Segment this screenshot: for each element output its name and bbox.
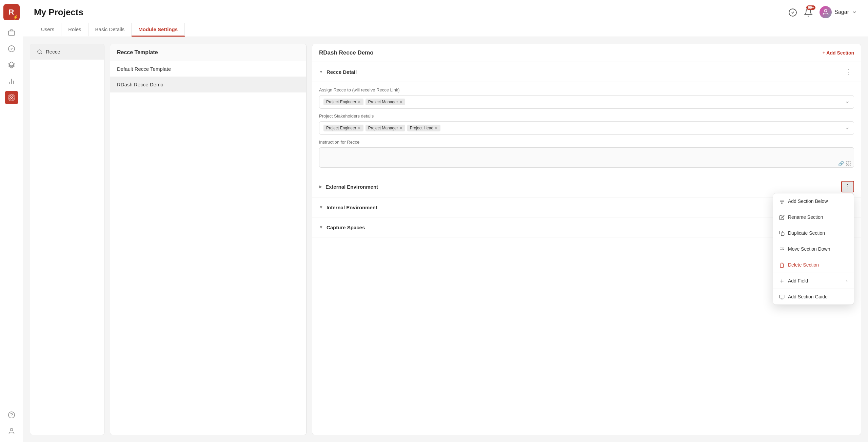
- add-field-label: Add Field: [788, 278, 808, 283]
- tag-stakeholder-head: Project Head ✕: [407, 125, 440, 131]
- header-top: My Projects 99+: [34, 6, 857, 23]
- sidebar-item-help[interactable]: [5, 408, 18, 422]
- tab-basic-details[interactable]: Basic Details: [88, 23, 132, 37]
- delete-section-icon: [779, 262, 785, 268]
- section-header-left: ▼ Recce Detail: [319, 69, 357, 75]
- dropdown-item-delete-section[interactable]: Delete Section: [773, 257, 854, 273]
- middle-panel-item-default[interactable]: Default Recce Template: [110, 61, 306, 77]
- section-title-external: External Environment: [326, 184, 378, 190]
- tab-bar: Users Roles Basic Details Module Setting…: [34, 23, 857, 37]
- middle-panel: Recce Template Default Recce Template RD…: [110, 44, 307, 435]
- field-chevron-assign-recce[interactable]: [845, 99, 850, 105]
- section-chevron-capture[interactable]: ▼: [319, 225, 323, 230]
- add-section-below-icon: [779, 198, 785, 204]
- dropdown-item-duplicate-section[interactable]: Duplicate Section: [773, 225, 854, 241]
- dropdown-item-add-field[interactable]: Add Field ›: [773, 273, 854, 289]
- section-content-recce-detail: Assign Recce to (will receive Recce Link…: [312, 82, 861, 176]
- page-title: My Projects: [34, 7, 83, 18]
- notification-count: 99+: [806, 5, 815, 10]
- svg-point-6: [11, 97, 13, 99]
- username-label: Sagar: [834, 9, 849, 15]
- svg-point-7: [8, 412, 14, 418]
- rename-section-label: Rename Section: [788, 214, 823, 220]
- field-chevron-stakeholders[interactable]: [845, 125, 850, 131]
- svg-point-11: [825, 9, 827, 12]
- svg-rect-0: [8, 31, 14, 35]
- tag-project-engineer: Project Engineer ✕: [323, 99, 363, 105]
- sidebar-item-layers[interactable]: [5, 58, 18, 72]
- link-icon: 🔗: [838, 161, 844, 166]
- tag-stakeholder-manager: Project Manager ✕: [366, 125, 405, 131]
- section-header-left-internal: ▼ Internal Environment: [319, 205, 377, 210]
- duplicate-section-label: Duplicate Section: [788, 230, 825, 236]
- tag-remove-stakeholder-engineer[interactable]: ✕: [358, 126, 361, 130]
- tag-remove-stakeholder-manager[interactable]: ✕: [399, 126, 402, 130]
- section-header-left-external: ▶ External Environment: [319, 184, 378, 190]
- header-actions: 99+ Sagar: [788, 6, 857, 18]
- middle-panel-header: Recce Template: [110, 44, 306, 61]
- section-header-left-capture: ▼ Capture Spaces: [319, 225, 365, 230]
- image-icon: 🖼: [846, 161, 851, 166]
- add-section-button[interactable]: + Add Section: [823, 50, 854, 56]
- textarea-icons: 🔗 🖼: [838, 161, 851, 166]
- avatar: [820, 6, 832, 18]
- left-panel-item-label: Recce: [46, 49, 60, 55]
- task-check-icon[interactable]: [788, 7, 797, 17]
- dropdown-item-move-section-down[interactable]: Move Section Down: [773, 241, 854, 257]
- rename-section-icon: [779, 214, 785, 220]
- user-profile[interactable]: Sagar: [820, 6, 857, 18]
- section-options-recce-detail[interactable]: ⋮: [843, 67, 854, 77]
- dropdown-item-add-section-guide[interactable]: Add Section Guide: [773, 289, 854, 304]
- header: My Projects 99+: [23, 0, 868, 37]
- instruction-textarea[interactable]: [319, 147, 854, 168]
- field-label-project-stakeholders: Project Stakeholders details: [319, 113, 854, 119]
- dropdown-item-rename-section[interactable]: Rename Section: [773, 209, 854, 225]
- sidebar-item-settings[interactable]: [5, 91, 18, 104]
- delete-section-label: Delete Section: [788, 262, 819, 268]
- svg-point-12: [38, 50, 41, 54]
- tag-remove-project-manager[interactable]: ✕: [399, 100, 402, 104]
- field-label-assign-recce: Assign Recce to (will receive Recce Link…: [319, 87, 854, 92]
- sidebar-item-briefcase[interactable]: [5, 26, 18, 39]
- section-title-capture: Capture Spaces: [327, 225, 365, 230]
- section-row-recce-detail: ▼ Recce Detail ⋮: [312, 62, 861, 82]
- sidebar-bottom: [5, 408, 18, 438]
- textarea-wrapper-instruction: 🔗 🖼: [319, 147, 854, 169]
- svg-rect-23: [780, 295, 784, 298]
- main-content: My Projects 99+: [23, 0, 868, 442]
- section-options-external[interactable]: ⋮: [841, 181, 854, 192]
- add-field-icon: [779, 278, 785, 284]
- sidebar-item-chart[interactable]: [5, 75, 18, 88]
- tag-remove-project-engineer[interactable]: ✕: [358, 100, 361, 104]
- tab-users[interactable]: Users: [34, 23, 61, 37]
- section-dropdown-menu: Add Section Below Rename Section: [773, 193, 854, 305]
- duplicate-section-icon: [779, 230, 785, 236]
- section-chevron-recce-detail[interactable]: ▼: [319, 69, 323, 74]
- left-panel-item-recce[interactable]: Recce: [30, 44, 104, 60]
- field-tags-project-stakeholders: Project Engineer ✕ Project Manager ✕ Pro…: [319, 121, 854, 135]
- svg-point-9: [10, 428, 13, 431]
- move-section-down-label: Move Section Down: [788, 246, 830, 252]
- left-panel: Recce: [30, 44, 104, 435]
- tag-remove-stakeholder-head[interactable]: ✕: [435, 126, 438, 130]
- sidebar-item-user[interactable]: [5, 424, 18, 438]
- add-section-below-label: Add Section Below: [788, 198, 828, 204]
- right-panel: RDash Recce Demo + Add Section ▼ Recce D…: [312, 44, 861, 435]
- chevron-down-icon: [852, 9, 857, 15]
- recce-icon: [37, 49, 42, 55]
- field-tags-assign-recce: Project Engineer ✕ Project Manager ✕: [319, 95, 854, 109]
- section-chevron-external[interactable]: ▶: [319, 184, 322, 189]
- svg-rect-18: [781, 233, 784, 236]
- svg-point-17: [782, 203, 783, 204]
- tab-module-settings[interactable]: Module Settings: [132, 23, 185, 37]
- section-title-recce-detail: Recce Detail: [327, 69, 357, 75]
- middle-panel-item-rdash[interactable]: RDash Recce Demo: [110, 77, 306, 92]
- dropdown-item-add-section-below[interactable]: Add Section Below: [773, 193, 854, 209]
- sidebar: R ⚡: [0, 0, 23, 442]
- sidebar-item-check[interactable]: [5, 42, 18, 56]
- section-chevron-internal[interactable]: ▼: [319, 205, 323, 210]
- notification-bell-icon[interactable]: 99+: [804, 7, 813, 17]
- tag-project-manager: Project Manager ✕: [366, 99, 405, 105]
- field-label-instruction: Instruction for Recce: [319, 140, 854, 145]
- tab-roles[interactable]: Roles: [61, 23, 88, 37]
